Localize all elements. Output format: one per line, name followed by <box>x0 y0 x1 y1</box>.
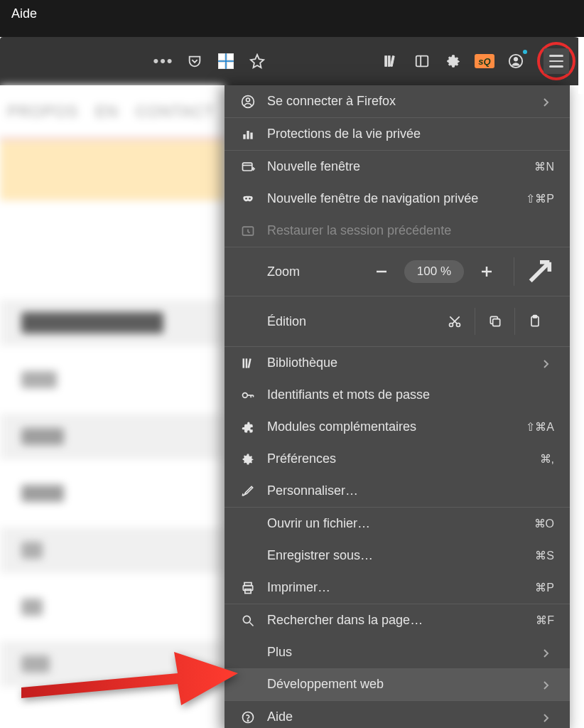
svg-rect-5 <box>388 56 390 67</box>
titlebar: Aide <box>0 0 584 27</box>
svg-rect-15 <box>250 132 252 139</box>
svg-rect-14 <box>247 131 249 139</box>
menu-customize-label: Personnaliser… <box>267 483 554 498</box>
menu-restore-session-label: Restaurer la session précédente <box>267 223 554 238</box>
profile-icon[interactable] <box>502 47 530 75</box>
menu-print[interactable]: Imprimer… ⌘P <box>225 572 570 604</box>
menu-open-file-label: Ouvrir un fichier… <box>267 516 523 531</box>
menu-customize[interactable]: Personnaliser… <box>225 475 570 507</box>
menu-find-label: Rechercher dans la page… <box>267 613 524 628</box>
nav-propos[interactable]: PROPOS <box>7 102 78 121</box>
hamburger-menu-panel: Se connecter à Firefox Protections de la… <box>225 85 570 728</box>
svg-point-12 <box>247 98 250 102</box>
menu-privacy[interactable]: Protections de la vie privée <box>225 118 570 150</box>
pocket-icon[interactable] <box>180 47 209 75</box>
browser-toolbar: ••• sQ <box>0 37 584 85</box>
menu-more-label: Plus <box>267 645 531 660</box>
menu-new-window[interactable]: Nouvelle fenêtre ⌘N <box>225 151 570 183</box>
menu-print-label: Imprimer… <box>267 580 524 595</box>
hamburger-menu-button[interactable] <box>544 48 569 74</box>
zoom-label: Zoom <box>240 264 359 279</box>
library-icon <box>240 355 256 371</box>
help-icon <box>240 710 256 725</box>
zoom-out-button[interactable] <box>367 257 396 286</box>
svg-point-27 <box>457 323 460 327</box>
chevron-right-icon <box>543 96 554 107</box>
menu-find[interactable]: Rechercher dans la page… ⌘F <box>225 604 570 636</box>
search-icon <box>240 613 256 628</box>
svg-rect-4 <box>385 56 387 67</box>
zoom-value[interactable]: 100 % <box>404 260 464 283</box>
menu-library-label: Bibliothèque <box>267 355 531 370</box>
menu-more[interactable]: Plus <box>225 636 570 668</box>
menu-prefs[interactable]: Préférences ⌘, <box>225 443 570 475</box>
menu-prefs-kbd: ⌘, <box>540 452 554 466</box>
menu-find-kbd: ⌘F <box>536 614 554 627</box>
svg-line-42 <box>250 622 254 626</box>
svg-rect-28 <box>492 319 499 326</box>
svg-rect-0 <box>218 53 225 60</box>
fullscreen-button[interactable] <box>526 257 554 286</box>
svg-rect-3 <box>227 62 234 69</box>
svg-point-44 <box>247 719 248 720</box>
menu-addons[interactable]: Modules complémentaires ⇧⌘A <box>225 411 570 443</box>
chevron-right-icon <box>543 358 554 369</box>
svg-rect-13 <box>243 134 245 139</box>
svg-point-26 <box>450 323 453 327</box>
zoom-in-button[interactable] <box>472 257 501 286</box>
page-actions-icon[interactable]: ••• <box>149 47 178 75</box>
svg-point-41 <box>243 616 250 623</box>
menu-open-file-kbd: ⌘O <box>534 517 554 530</box>
menu-help-label: Aide <box>267 710 531 724</box>
chevron-right-icon <box>543 647 554 658</box>
sq-extension-icon[interactable]: sQ <box>470 47 499 75</box>
chevron-right-icon <box>543 679 554 690</box>
menu-new-window-kbd: ⌘N <box>534 160 554 173</box>
menu-save-as[interactable]: Enregistrer sous… ⌘S <box>225 540 570 572</box>
user-circle-icon <box>240 94 256 109</box>
nav-en[interactable]: EN <box>95 102 119 121</box>
menu-private-window[interactable]: Nouvelle fenêtre de navigation privée ⇧⌘… <box>225 183 570 215</box>
hamburger-circle-annotation <box>537 42 575 80</box>
white-strip-decoration <box>578 37 584 94</box>
cut-button[interactable] <box>435 308 475 335</box>
menu-help[interactable]: Aide <box>225 701 570 728</box>
gear-icon <box>240 451 256 467</box>
puzzle-icon <box>240 419 256 435</box>
menu-signin-label: Se connecter à Firefox <box>267 94 531 109</box>
menu-addons-kbd: ⇧⌘A <box>526 420 554 434</box>
svg-point-10 <box>514 58 518 62</box>
menu-webdev[interactable]: Développement web <box>225 668 570 700</box>
gear-icon[interactable] <box>439 47 467 75</box>
library-icon[interactable] <box>377 47 405 75</box>
printer-icon <box>240 580 256 596</box>
sidebar-icon[interactable] <box>408 47 436 75</box>
svg-rect-16 <box>243 163 252 171</box>
bookmark-star-icon[interactable] <box>243 47 271 75</box>
paste-button[interactable] <box>514 308 554 335</box>
svg-point-20 <box>245 197 247 199</box>
nav-contact[interactable]: CONTACT <box>136 102 215 121</box>
svg-rect-7 <box>416 56 428 67</box>
menu-signin[interactable]: Se connecter à Firefox <box>225 85 570 117</box>
windows-flag-icon[interactable] <box>212 47 240 75</box>
window-plus-icon <box>240 159 256 175</box>
paintbrush-icon <box>240 483 256 499</box>
menu-logins[interactable]: Identifiants et mots de passe <box>225 379 570 411</box>
titlebar-title: Aide <box>11 6 37 21</box>
menu-open-file[interactable]: Ouvrir un fichier… ⌘O <box>225 508 570 540</box>
menu-edit-row: Édition <box>225 296 570 346</box>
menu-library[interactable]: Bibliothèque <box>225 347 570 379</box>
svg-rect-32 <box>246 358 248 368</box>
svg-rect-31 <box>243 358 245 368</box>
menu-save-as-label: Enregistrer sous… <box>267 548 524 563</box>
menu-private-window-kbd: ⇧⌘P <box>526 192 554 205</box>
edit-label: Édition <box>240 314 435 329</box>
copy-button[interactable] <box>475 308 514 335</box>
menu-restore-session: Restaurer la session précédente <box>225 215 570 247</box>
menu-new-window-label: Nouvelle fenêtre <box>267 159 523 174</box>
menu-addons-label: Modules complémentaires <box>267 419 514 434</box>
menu-save-as-kbd: ⌘S <box>535 549 554 562</box>
svg-point-34 <box>243 392 248 397</box>
menu-logins-label: Identifiants et mots de passe <box>267 387 554 402</box>
